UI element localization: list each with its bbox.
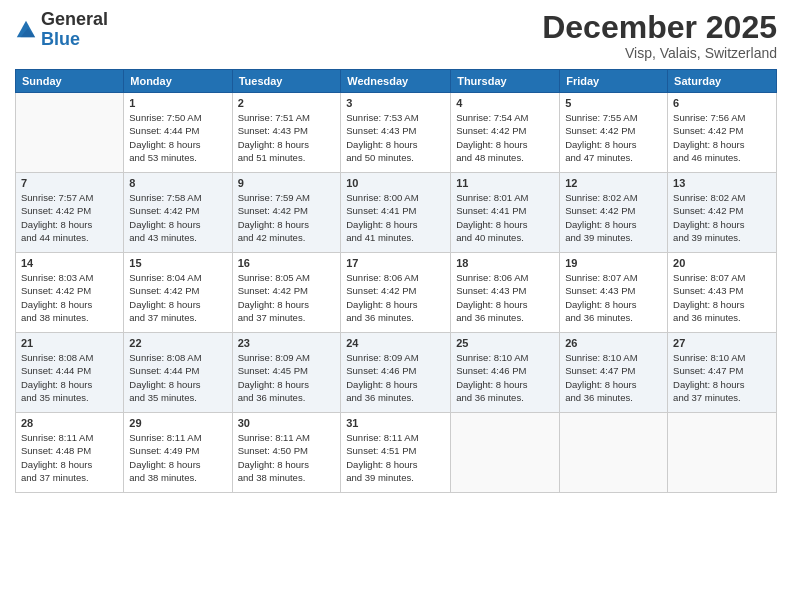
calendar-day-cell: 18Sunrise: 8:06 AMSunset: 4:43 PMDayligh… bbox=[451, 253, 560, 333]
day-number: 24 bbox=[346, 337, 445, 349]
day-number: 9 bbox=[238, 177, 336, 189]
calendar-day-cell: 30Sunrise: 8:11 AMSunset: 4:50 PMDayligh… bbox=[232, 413, 341, 493]
day-number: 3 bbox=[346, 97, 445, 109]
calendar-day-cell: 23Sunrise: 8:09 AMSunset: 4:45 PMDayligh… bbox=[232, 333, 341, 413]
day-info: Sunrise: 8:08 AMSunset: 4:44 PMDaylight:… bbox=[129, 351, 226, 404]
day-info: Sunrise: 8:01 AMSunset: 4:41 PMDaylight:… bbox=[456, 191, 554, 244]
day-number: 23 bbox=[238, 337, 336, 349]
day-info: Sunrise: 8:02 AMSunset: 4:42 PMDaylight:… bbox=[673, 191, 771, 244]
day-number: 17 bbox=[346, 257, 445, 269]
calendar-day-cell: 10Sunrise: 8:00 AMSunset: 4:41 PMDayligh… bbox=[341, 173, 451, 253]
weekday-header-monday: Monday bbox=[124, 70, 232, 93]
title-block: December 2025 Visp, Valais, Switzerland bbox=[542, 10, 777, 61]
day-info: Sunrise: 7:58 AMSunset: 4:42 PMDaylight:… bbox=[129, 191, 226, 244]
day-number: 31 bbox=[346, 417, 445, 429]
calendar-day-cell: 22Sunrise: 8:08 AMSunset: 4:44 PMDayligh… bbox=[124, 333, 232, 413]
day-number: 11 bbox=[456, 177, 554, 189]
calendar-day-cell: 16Sunrise: 8:05 AMSunset: 4:42 PMDayligh… bbox=[232, 253, 341, 333]
calendar-day-cell: 11Sunrise: 8:01 AMSunset: 4:41 PMDayligh… bbox=[451, 173, 560, 253]
day-number: 28 bbox=[21, 417, 118, 429]
day-info: Sunrise: 8:11 AMSunset: 4:51 PMDaylight:… bbox=[346, 431, 445, 484]
day-info: Sunrise: 7:51 AMSunset: 4:43 PMDaylight:… bbox=[238, 111, 336, 164]
day-info: Sunrise: 8:07 AMSunset: 4:43 PMDaylight:… bbox=[565, 271, 662, 324]
day-number: 6 bbox=[673, 97, 771, 109]
day-info: Sunrise: 8:08 AMSunset: 4:44 PMDaylight:… bbox=[21, 351, 118, 404]
calendar-day-cell: 26Sunrise: 8:10 AMSunset: 4:47 PMDayligh… bbox=[560, 333, 668, 413]
day-number: 15 bbox=[129, 257, 226, 269]
calendar-day-cell: 8Sunrise: 7:58 AMSunset: 4:42 PMDaylight… bbox=[124, 173, 232, 253]
calendar-day-cell bbox=[560, 413, 668, 493]
day-number: 10 bbox=[346, 177, 445, 189]
calendar-day-cell: 24Sunrise: 8:09 AMSunset: 4:46 PMDayligh… bbox=[341, 333, 451, 413]
logo: General Blue bbox=[15, 10, 108, 50]
calendar-day-cell: 27Sunrise: 8:10 AMSunset: 4:47 PMDayligh… bbox=[668, 333, 777, 413]
day-info: Sunrise: 7:50 AMSunset: 4:44 PMDaylight:… bbox=[129, 111, 226, 164]
calendar-day-cell: 14Sunrise: 8:03 AMSunset: 4:42 PMDayligh… bbox=[16, 253, 124, 333]
day-info: Sunrise: 7:54 AMSunset: 4:42 PMDaylight:… bbox=[456, 111, 554, 164]
day-info: Sunrise: 8:10 AMSunset: 4:47 PMDaylight:… bbox=[673, 351, 771, 404]
day-info: Sunrise: 7:55 AMSunset: 4:42 PMDaylight:… bbox=[565, 111, 662, 164]
calendar-week-row: 21Sunrise: 8:08 AMSunset: 4:44 PMDayligh… bbox=[16, 333, 777, 413]
day-number: 19 bbox=[565, 257, 662, 269]
calendar-table: SundayMondayTuesdayWednesdayThursdayFrid… bbox=[15, 69, 777, 493]
day-number: 26 bbox=[565, 337, 662, 349]
day-info: Sunrise: 8:09 AMSunset: 4:46 PMDaylight:… bbox=[346, 351, 445, 404]
month-title: December 2025 bbox=[542, 10, 777, 45]
day-number: 4 bbox=[456, 97, 554, 109]
calendar-day-cell: 9Sunrise: 7:59 AMSunset: 4:42 PMDaylight… bbox=[232, 173, 341, 253]
calendar-day-cell: 15Sunrise: 8:04 AMSunset: 4:42 PMDayligh… bbox=[124, 253, 232, 333]
calendar-day-cell: 25Sunrise: 8:10 AMSunset: 4:46 PMDayligh… bbox=[451, 333, 560, 413]
day-info: Sunrise: 8:00 AMSunset: 4:41 PMDaylight:… bbox=[346, 191, 445, 244]
weekday-header-thursday: Thursday bbox=[451, 70, 560, 93]
day-info: Sunrise: 8:11 AMSunset: 4:49 PMDaylight:… bbox=[129, 431, 226, 484]
day-number: 13 bbox=[673, 177, 771, 189]
day-number: 8 bbox=[129, 177, 226, 189]
calendar-header-row: SundayMondayTuesdayWednesdayThursdayFrid… bbox=[16, 70, 777, 93]
calendar-week-row: 7Sunrise: 7:57 AMSunset: 4:42 PMDaylight… bbox=[16, 173, 777, 253]
calendar-day-cell: 3Sunrise: 7:53 AMSunset: 4:43 PMDaylight… bbox=[341, 93, 451, 173]
day-info: Sunrise: 8:04 AMSunset: 4:42 PMDaylight:… bbox=[129, 271, 226, 324]
day-number: 21 bbox=[21, 337, 118, 349]
weekday-header-saturday: Saturday bbox=[668, 70, 777, 93]
calendar-day-cell: 19Sunrise: 8:07 AMSunset: 4:43 PMDayligh… bbox=[560, 253, 668, 333]
logo-icon bbox=[15, 19, 37, 41]
day-info: Sunrise: 8:11 AMSunset: 4:50 PMDaylight:… bbox=[238, 431, 336, 484]
calendar-day-cell: 28Sunrise: 8:11 AMSunset: 4:48 PMDayligh… bbox=[16, 413, 124, 493]
calendar-day-cell: 17Sunrise: 8:06 AMSunset: 4:42 PMDayligh… bbox=[341, 253, 451, 333]
location-subtitle: Visp, Valais, Switzerland bbox=[542, 45, 777, 61]
day-info: Sunrise: 8:03 AMSunset: 4:42 PMDaylight:… bbox=[21, 271, 118, 324]
day-info: Sunrise: 8:07 AMSunset: 4:43 PMDaylight:… bbox=[673, 271, 771, 324]
calendar-day-cell: 6Sunrise: 7:56 AMSunset: 4:42 PMDaylight… bbox=[668, 93, 777, 173]
calendar-day-cell: 5Sunrise: 7:55 AMSunset: 4:42 PMDaylight… bbox=[560, 93, 668, 173]
day-info: Sunrise: 8:02 AMSunset: 4:42 PMDaylight:… bbox=[565, 191, 662, 244]
calendar-day-cell: 1Sunrise: 7:50 AMSunset: 4:44 PMDaylight… bbox=[124, 93, 232, 173]
calendar-day-cell bbox=[16, 93, 124, 173]
calendar-day-cell: 7Sunrise: 7:57 AMSunset: 4:42 PMDaylight… bbox=[16, 173, 124, 253]
day-number: 22 bbox=[129, 337, 226, 349]
header: General Blue December 2025 Visp, Valais,… bbox=[15, 10, 777, 61]
day-number: 20 bbox=[673, 257, 771, 269]
logo-blue-text: Blue bbox=[41, 29, 80, 49]
calendar-day-cell: 12Sunrise: 8:02 AMSunset: 4:42 PMDayligh… bbox=[560, 173, 668, 253]
day-info: Sunrise: 7:53 AMSunset: 4:43 PMDaylight:… bbox=[346, 111, 445, 164]
calendar-week-row: 28Sunrise: 8:11 AMSunset: 4:48 PMDayligh… bbox=[16, 413, 777, 493]
weekday-header-sunday: Sunday bbox=[16, 70, 124, 93]
calendar-day-cell: 29Sunrise: 8:11 AMSunset: 4:49 PMDayligh… bbox=[124, 413, 232, 493]
weekday-header-wednesday: Wednesday bbox=[341, 70, 451, 93]
day-number: 16 bbox=[238, 257, 336, 269]
day-number: 14 bbox=[21, 257, 118, 269]
day-info: Sunrise: 8:09 AMSunset: 4:45 PMDaylight:… bbox=[238, 351, 336, 404]
calendar-day-cell: 20Sunrise: 8:07 AMSunset: 4:43 PMDayligh… bbox=[668, 253, 777, 333]
day-info: Sunrise: 7:59 AMSunset: 4:42 PMDaylight:… bbox=[238, 191, 336, 244]
calendar-day-cell: 13Sunrise: 8:02 AMSunset: 4:42 PMDayligh… bbox=[668, 173, 777, 253]
weekday-header-tuesday: Tuesday bbox=[232, 70, 341, 93]
calendar-day-cell bbox=[451, 413, 560, 493]
day-number: 7 bbox=[21, 177, 118, 189]
day-number: 5 bbox=[565, 97, 662, 109]
calendar-day-cell: 2Sunrise: 7:51 AMSunset: 4:43 PMDaylight… bbox=[232, 93, 341, 173]
day-number: 29 bbox=[129, 417, 226, 429]
calendar-day-cell: 21Sunrise: 8:08 AMSunset: 4:44 PMDayligh… bbox=[16, 333, 124, 413]
day-number: 27 bbox=[673, 337, 771, 349]
weekday-header-friday: Friday bbox=[560, 70, 668, 93]
day-number: 12 bbox=[565, 177, 662, 189]
